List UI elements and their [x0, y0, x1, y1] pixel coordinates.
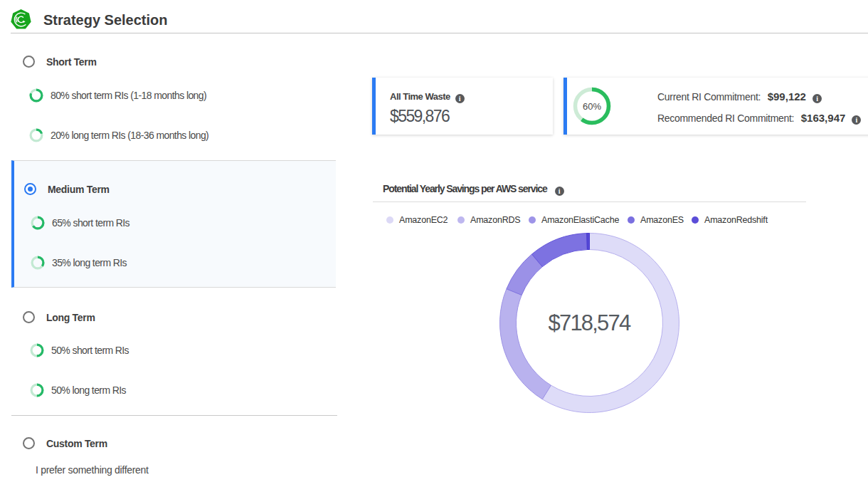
svg-text:60%: 60%: [583, 101, 601, 112]
